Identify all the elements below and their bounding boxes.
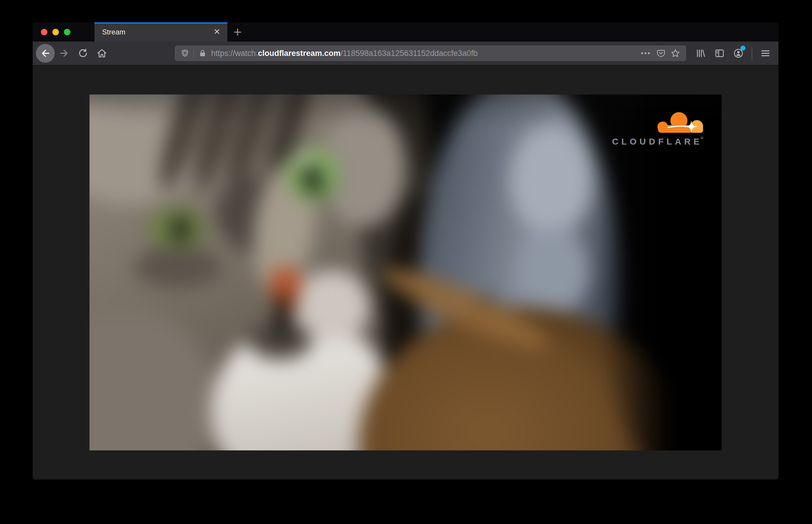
video-frame-cat — [90, 95, 721, 451]
tab-stream[interactable]: Stream ✕ — [95, 22, 227, 42]
account-button[interactable] — [730, 45, 747, 62]
navigation-toolbar: https://watch.cloudflarestream.com/11859… — [33, 42, 778, 66]
urlbar-divider — [193, 49, 194, 58]
cloudflare-watermark: CLOUDFLARE® — [612, 112, 703, 147]
tracking-protection-shield-icon[interactable] — [180, 49, 189, 58]
library-button[interactable] — [692, 45, 710, 62]
window-minimize-button[interactable] — [52, 29, 59, 35]
url-bar[interactable]: https://watch.cloudflarestream.com/11859… — [175, 46, 686, 61]
sidebar-button[interactable] — [711, 45, 728, 62]
url-domain: cloudflarestream.com — [258, 49, 341, 58]
reload-icon — [78, 48, 88, 59]
window-zoom-button[interactable] — [64, 29, 70, 35]
menu-button[interactable] — [757, 45, 774, 62]
tab-close-icon[interactable]: ✕ — [212, 27, 222, 37]
toolbar-divider — [752, 47, 752, 60]
reload-button[interactable] — [74, 45, 92, 62]
lock-icon[interactable] — [198, 49, 207, 58]
hamburger-menu-icon — [760, 48, 771, 59]
pocket-icon — [656, 49, 666, 58]
sidebar-icon — [714, 48, 725, 59]
home-button[interactable] — [93, 45, 111, 62]
bookmark-button[interactable] — [670, 48, 680, 58]
back-arrow-icon — [40, 48, 51, 59]
window-controls — [33, 22, 95, 42]
page-content: CLOUDFLARE® — [33, 66, 778, 479]
url-text[interactable]: https://watch.cloudflarestream.com/11859… — [211, 49, 637, 58]
window-close-button[interactable] — [41, 29, 47, 35]
registered-trademark-symbol: ® — [700, 136, 703, 140]
url-prefix: https://watch. — [211, 49, 258, 58]
tab-bar: Stream ✕ + — [33, 22, 778, 42]
library-icon — [695, 48, 706, 59]
account-notification-badge — [741, 46, 745, 51]
url-path: /118598a163a125631152ddaccfe3a0fb — [341, 49, 478, 58]
cloudflare-cloud-icon — [657, 112, 703, 134]
video-player[interactable]: CLOUDFLARE® — [90, 95, 721, 451]
tab-title: Stream — [102, 28, 212, 36]
home-icon — [96, 48, 108, 59]
forward-arrow-icon — [59, 48, 69, 59]
browser-window: Stream ✕ + — [33, 22, 778, 479]
forward-button[interactable] — [55, 45, 73, 62]
page-actions-button[interactable]: ••• — [641, 49, 651, 58]
new-tab-button[interactable]: + — [230, 22, 246, 42]
pocket-button[interactable] — [656, 49, 666, 58]
back-button[interactable] — [36, 44, 55, 63]
cloudflare-wordmark: CLOUDFLARE® — [612, 136, 703, 147]
bookmark-star-icon — [670, 48, 680, 58]
